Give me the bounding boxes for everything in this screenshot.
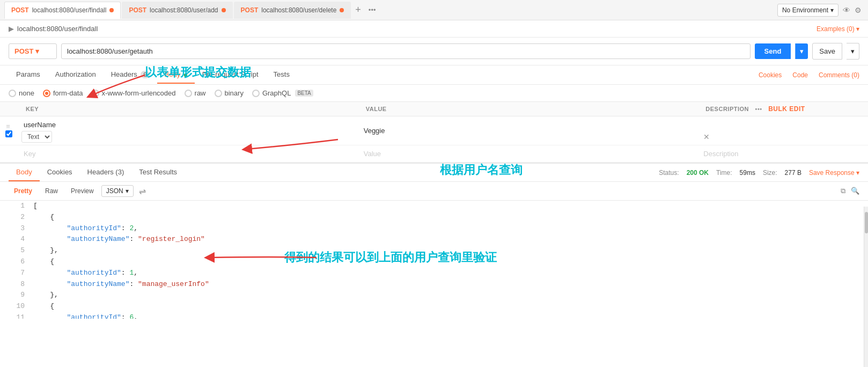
resp-tab-body[interactable]: Body [9, 164, 40, 181]
empty-desc-input[interactable] [701, 148, 864, 160]
resp-tab-test-results[interactable]: Test Results [131, 164, 185, 181]
response-meta: Status: 200 OK Time: 59ms Size: 277 B Sa… [659, 169, 859, 177]
resp-tab-headers[interactable]: Headers (3) [80, 164, 132, 181]
env-chevron-icon: ▾ [830, 6, 834, 14]
scrollbar-track[interactable] [864, 207, 868, 367]
examples-link[interactable]: Examples (0) ▾ [816, 25, 859, 33]
save-button[interactable]: Save [812, 43, 842, 60]
option-urlencoded[interactable]: x-www-form-urlencoded [92, 89, 176, 97]
row-value-input[interactable] [362, 124, 693, 137]
option-none[interactable]: none [9, 89, 34, 97]
eye-icon[interactable]: 👁 [843, 6, 850, 14]
json-line-1: 1 [ [9, 201, 868, 212]
new-tab-button[interactable]: + [352, 4, 364, 16]
gear-icon[interactable]: ⚙ [855, 6, 862, 14]
empty-value-cell [357, 145, 697, 163]
json-line-10: 10 { [9, 301, 868, 312]
tab-method-2: POST [129, 6, 146, 14]
resp-tab-cookies[interactable]: Cookies [40, 164, 80, 181]
row-key-input[interactable] [21, 119, 353, 131]
drag-handle-icon: ≡ [6, 122, 10, 130]
tab-headers[interactable]: Headers 9 [104, 66, 157, 84]
empty-key-input[interactable] [21, 148, 353, 160]
row-value-cell [357, 116, 697, 145]
tab-method-1: POST [11, 6, 29, 14]
save-response-button[interactable]: Save Response ▾ [809, 169, 859, 177]
option-form-data[interactable]: form-data [43, 89, 83, 97]
tab-tests[interactable]: Tests [266, 66, 297, 84]
method-select[interactable]: POST ▾ [9, 43, 57, 59]
json-line-8: 8 "authorityName": "manage_userInfo" [9, 279, 868, 290]
send-dropdown-button[interactable]: ▾ [795, 43, 808, 59]
empty-value-input[interactable] [362, 148, 693, 160]
tab-pre-request[interactable]: Pre-request Script [195, 66, 266, 84]
th-checkbox [0, 102, 17, 116]
tab-authorization[interactable]: Authorization [48, 66, 104, 84]
copy-icon[interactable]: ⧉ [841, 187, 845, 195]
json-output: 1 [ 2 { 3 "authorityId": 2, 4 "authority… [0, 201, 868, 319]
tab-url-2: localhost:8080/user/add [150, 6, 218, 14]
json-format-label: JSON [106, 187, 123, 195]
row-key-cell: Text File [17, 116, 357, 145]
method-chevron-icon: ▾ [35, 47, 39, 55]
json-line-6: 6 { [9, 256, 868, 268]
environment-select[interactable]: No Environment ▾ [777, 4, 838, 17]
breadcrumb-bar: ▶ localhost:8080/user/findall Examples (… [0, 20, 868, 38]
option-graphql[interactable]: GraphQL BETA [252, 89, 313, 97]
row-desc-input[interactable] [701, 120, 864, 133]
size-value: 277 B [785, 169, 801, 177]
tabs-more-button[interactable]: ••• [365, 6, 379, 14]
table-empty-row [0, 145, 868, 163]
row-checkbox-cell: ≡ [0, 116, 17, 145]
th-more-icon[interactable]: ••• [755, 106, 762, 112]
option-binary[interactable]: binary [215, 89, 244, 97]
format-raw[interactable]: Raw [40, 185, 63, 197]
empty-key-cell [17, 145, 357, 163]
method-label: POST [14, 47, 33, 55]
tab-params[interactable]: Params [9, 66, 48, 84]
option-raw[interactable]: raw [185, 89, 206, 97]
scrollbar-thumb[interactable] [865, 212, 868, 233]
json-format-select[interactable]: JSON ▾ [101, 185, 134, 197]
size-label: Size: [763, 169, 777, 177]
radio-graphql [252, 90, 260, 97]
headers-badge: 9 [141, 71, 149, 78]
row-checkbox[interactable] [5, 130, 12, 137]
json-line-4: 4 "authorityName": "register_login" [9, 234, 868, 245]
save-dropdown-button[interactable]: ▾ [847, 43, 859, 60]
comments-link[interactable]: Comments (0) [819, 71, 859, 79]
json-line-5: 5 }, [9, 245, 868, 256]
tab-url-1: localhost:8080/user/findall [32, 6, 107, 14]
form-table: KEY VALUE DESCRIPTION ••• Bulk Edit ≡ [0, 102, 868, 163]
tab-findall[interactable]: POST localhost:8080/user/findall [4, 2, 121, 19]
env-label: No Environment [782, 6, 828, 14]
bulk-edit-link[interactable]: Bulk Edit [768, 105, 805, 113]
tab-url-3: localhost:8080/user/delete [261, 6, 336, 14]
json-line-11: 11 "authorityId": 6, [9, 312, 868, 319]
wrap-icon[interactable]: ⇌ [136, 186, 149, 196]
response-header: Body Cookies Headers (3) Test Results St… [0, 163, 868, 182]
row-type-select[interactable]: Text File [21, 131, 52, 143]
cookies-link[interactable]: Cookies [759, 71, 782, 79]
json-line-2: 2 { [9, 212, 868, 223]
request-bar: POST ▾ Send ▾ Save ▾ [0, 38, 868, 65]
env-bar: No Environment ▾ 👁 ⚙ [771, 0, 868, 20]
tab-body[interactable]: Body [157, 66, 195, 84]
format-preview[interactable]: Preview [65, 185, 99, 197]
row-desc-cell: ✕ [697, 116, 868, 145]
tab-dot-1 [109, 8, 114, 12]
row-delete-button[interactable]: ✕ [701, 130, 712, 143]
tab-add[interactable]: POST localhost:8080/user/add [122, 2, 232, 19]
body-options: none form-data x-www-form-urlencoded raw… [0, 85, 868, 102]
url-input[interactable] [61, 43, 751, 59]
json-line-3: 3 "authorityId": 2, [9, 223, 868, 234]
tab-delete[interactable]: POST localhost:8080/user/delete [234, 2, 351, 19]
tab-bar: POST localhost:8080/user/findall POST lo… [0, 0, 868, 20]
code-link[interactable]: Code [792, 71, 808, 79]
response-toolbar: Pretty Raw Preview JSON ▾ ⇌ ⧉ 🔍 [0, 182, 868, 201]
status-value: 200 OK [687, 169, 709, 177]
search-icon[interactable]: 🔍 [851, 187, 859, 195]
status-label: Status: [659, 169, 679, 177]
format-pretty[interactable]: Pretty [9, 185, 38, 197]
send-button[interactable]: Send [755, 43, 791, 59]
